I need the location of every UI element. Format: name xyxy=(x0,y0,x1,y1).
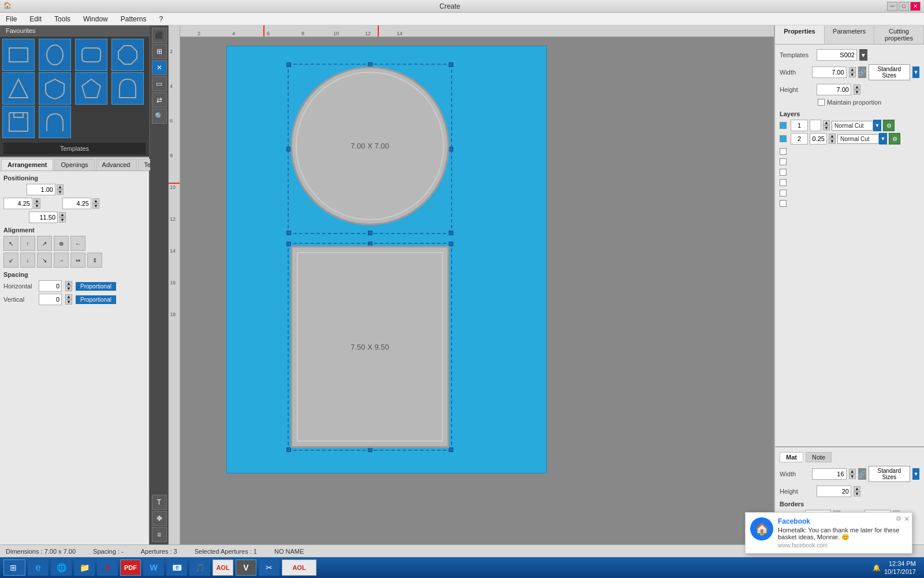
taskbar-file[interactable]: 📁 xyxy=(74,560,95,576)
layer-1-cut-btn[interactable]: Normal Cut xyxy=(832,121,873,131)
layer-6-checkbox[interactable] xyxy=(780,179,787,186)
width-input[interactable] xyxy=(812,66,847,78)
spin-down-y2[interactable]: ▼ xyxy=(59,217,66,223)
align-middle[interactable]: ⊕ xyxy=(54,236,69,251)
tool-move[interactable]: ⊞ xyxy=(152,44,167,59)
shape-rect[interactable] xyxy=(2,39,35,71)
tool-layers[interactable]: ≡ xyxy=(152,527,167,542)
shape-pentagon[interactable] xyxy=(75,72,107,105)
mat-height-input[interactable] xyxy=(817,486,851,497)
menu-tools[interactable]: Tools xyxy=(51,14,74,24)
templates-input[interactable] xyxy=(817,49,857,61)
position-x-input[interactable]: 4.25 xyxy=(3,198,32,209)
layer-1-green-btn[interactable]: ⚙ xyxy=(883,120,895,131)
shape-triangle[interactable] xyxy=(2,72,35,105)
tool-rect-tool[interactable]: ▭ xyxy=(152,76,167,91)
align-top-left[interactable]: ↖ xyxy=(3,236,18,251)
tab-properties[interactable]: Properties xyxy=(775,25,825,44)
align-distribute-h[interactable]: ⇔ xyxy=(70,253,85,268)
tab-note[interactable]: Note xyxy=(806,452,832,462)
align-distribute-v[interactable]: ⇕ xyxy=(87,253,102,268)
tab-cutting-properties[interactable]: Cutting properties xyxy=(874,25,924,44)
spin-down-x2[interactable]: ▼ xyxy=(92,203,99,209)
height-input[interactable] xyxy=(817,84,851,95)
templates-button[interactable]: Templates xyxy=(3,143,146,154)
taskbar-chrome[interactable]: 🌐 xyxy=(51,560,72,576)
minimize-button[interactable]: ─ xyxy=(887,2,897,11)
layer-1-checkbox[interactable] xyxy=(780,122,787,129)
maximize-button[interactable]: □ xyxy=(899,2,909,11)
align-right[interactable]: → xyxy=(54,253,69,268)
mat-standard-sizes-btn[interactable]: Standard Sizes xyxy=(869,466,910,482)
favourites-tab[interactable]: Favourites xyxy=(0,25,149,36)
shape-notched-rect[interactable] xyxy=(2,106,35,138)
layer-3-checkbox[interactable] xyxy=(780,148,787,155)
shape-octagon[interactable] xyxy=(111,39,144,71)
taskbar-vinyl[interactable]: ✂ xyxy=(259,560,280,576)
close-button[interactable]: ✕ xyxy=(910,2,921,11)
layer-8-checkbox[interactable] xyxy=(780,200,787,207)
proportional-h-btn[interactable]: Proportional xyxy=(76,282,116,291)
spin-down-y[interactable]: ▼ xyxy=(57,190,64,195)
taskbar-aol[interactable]: AOL xyxy=(213,560,233,576)
layer-1-num[interactable] xyxy=(791,120,808,131)
horizontal-input[interactable] xyxy=(39,280,62,292)
taskbar-v[interactable]: V xyxy=(236,560,256,576)
menu-window[interactable]: Window xyxy=(80,14,111,24)
mat-width-spin[interactable]: ▲ ▼ xyxy=(849,469,856,479)
position-x2-input[interactable]: 4.25 xyxy=(62,198,91,209)
layer-2-cut-btn[interactable]: Normal Cut xyxy=(837,134,879,144)
taskbar-media[interactable]: 🎵 xyxy=(189,560,210,576)
shape-shield[interactable] xyxy=(39,72,71,105)
tool-mirror[interactable]: ⇄ xyxy=(152,92,167,108)
align-top-right[interactable]: ↗ xyxy=(37,236,52,251)
layer-2-spin[interactable]: ▲ ▼ xyxy=(829,134,836,144)
taskbar-ie[interactable]: e xyxy=(28,560,49,576)
position-x-spin[interactable]: ▲ ▼ xyxy=(33,198,40,209)
tab-parameters[interactable]: Parameters xyxy=(825,25,874,44)
layer-7-checkbox[interactable] xyxy=(780,190,787,197)
tool-zoom[interactable]: 🔍 xyxy=(152,109,167,124)
taskbar-acrobat[interactable]: A xyxy=(97,560,118,576)
layer-5-checkbox[interactable] xyxy=(780,169,787,176)
taskbar-word[interactable]: W xyxy=(143,560,164,576)
layer-4-checkbox[interactable] xyxy=(780,158,787,165)
menu-file[interactable]: File xyxy=(2,14,20,24)
layer-2-green-btn[interactable]: ⚙ xyxy=(889,133,900,144)
start-button[interactable]: ⊞ xyxy=(3,560,25,576)
tool-t[interactable]: T xyxy=(152,495,167,510)
position-y-input[interactable]: 1.00 xyxy=(27,184,55,195)
shape-arch[interactable] xyxy=(111,72,144,105)
align-center-left[interactable]: ← xyxy=(70,236,85,251)
maintain-proportion-checkbox[interactable] xyxy=(818,99,825,106)
vertical-input[interactable] xyxy=(39,294,62,305)
mat-height-spin[interactable]: ▲ ▼ xyxy=(854,486,860,497)
tab-openings[interactable]: Openings xyxy=(54,159,94,171)
align-bottom-right[interactable]: ↘ xyxy=(37,253,52,268)
spin-up-y2[interactable]: ▲ xyxy=(59,212,66,217)
layer-2-checkbox[interactable] xyxy=(780,135,787,142)
spin-down-x[interactable]: ▼ xyxy=(33,203,40,209)
layer-2-cut-dropdown[interactable]: ▼ xyxy=(879,133,887,144)
opening-rect[interactable]: 7.50 X 9.50 xyxy=(290,246,449,448)
spin-up-x[interactable]: ▲ xyxy=(33,198,40,203)
layer-1-cut-dropdown[interactable]: ▼ xyxy=(873,120,881,131)
layer-2-num[interactable] xyxy=(791,133,808,144)
taskbar-pdf[interactable]: PDF xyxy=(120,560,141,576)
layer-1-spin[interactable]: ▲ ▼ xyxy=(823,120,830,131)
tool-move2[interactable]: ✥ xyxy=(152,511,167,526)
align-top-center[interactable]: ↑ xyxy=(20,236,35,251)
align-bottom-left[interactable]: ↙ xyxy=(3,253,18,268)
canvas-area[interactable]: 2 4 6 8 10 12 14 2 4 6 8 10 12 14 16 18 xyxy=(169,25,774,544)
facebook-gear-icon[interactable]: ⚙ xyxy=(896,515,901,523)
menu-help[interactable]: ? xyxy=(155,14,166,24)
taskbar-aol2[interactable]: AOL xyxy=(282,560,316,576)
standard-sizes-btn[interactable]: Standard Sizes xyxy=(869,64,910,80)
mat-std-dropdown[interactable]: ▼ xyxy=(912,468,919,480)
menu-edit[interactable]: Edit xyxy=(26,14,45,24)
taskbar-unknown[interactable]: 📧 xyxy=(166,560,187,576)
tab-arrangement[interactable]: Arrangement xyxy=(1,159,53,171)
shape-rounded-rect[interactable] xyxy=(75,39,107,71)
mat-sheet[interactable]: 7.00 X 7.00 7.50 X 9.50 xyxy=(226,46,547,473)
tab-mat[interactable]: Mat xyxy=(780,452,803,462)
